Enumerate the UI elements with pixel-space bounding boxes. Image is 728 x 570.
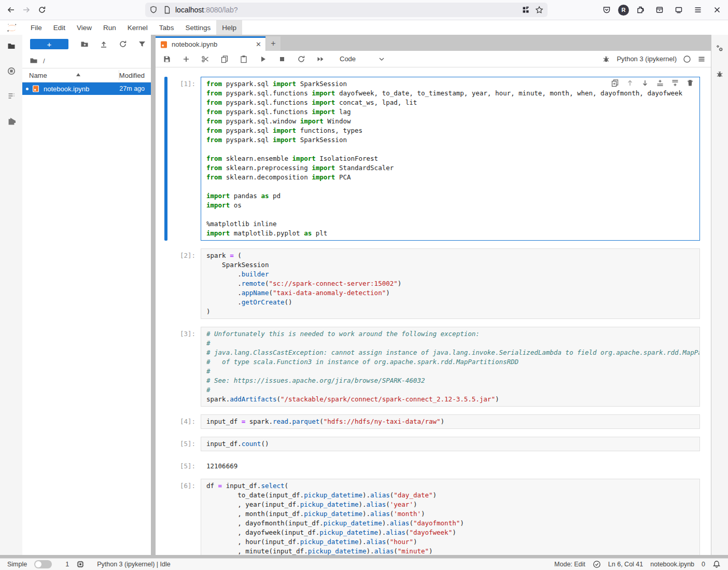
trust-shield-icon[interactable] xyxy=(593,560,601,568)
reload-icon[interactable] xyxy=(34,3,50,17)
extension-manager-icon[interactable] xyxy=(7,117,16,125)
cell-editor[interactable]: # Unfortunately this is needed to work a… xyxy=(201,327,700,407)
cursor-position[interactable]: Ln 6, Col 41 xyxy=(608,561,643,568)
chevron-down-icon xyxy=(377,55,386,63)
upload-icon[interactable] xyxy=(100,40,108,48)
bookmark-star-icon[interactable] xyxy=(535,6,543,14)
menu-item-file[interactable]: File xyxy=(25,20,48,35)
menu-item-tabs[interactable]: Tabs xyxy=(153,20,180,35)
move-down-icon[interactable] xyxy=(641,79,649,87)
cell-editor[interactable]: from pyspark.sql import SparkSessionfrom… xyxy=(201,77,700,241)
tab-bar: notebook.ipynb ✕ + xyxy=(156,35,711,51)
cell-editor[interactable]: input_df = spark.read.parquet("hdfs://hd… xyxy=(201,414,700,429)
input-prompt: [6]: xyxy=(167,479,201,555)
sidebar-icon[interactable] xyxy=(671,3,687,17)
new-launcher-button[interactable]: + xyxy=(30,39,68,49)
back-icon[interactable] xyxy=(3,3,19,17)
toc-icon[interactable] xyxy=(7,92,16,100)
shield-icon[interactable] xyxy=(149,6,158,14)
delete-cell-icon[interactable] xyxy=(686,79,694,87)
cell-editor[interactable]: spark = ( SparkSession .builder .remote(… xyxy=(201,248,700,319)
statusbar-filename[interactable]: notebook.ipynb xyxy=(650,561,694,568)
cell-output-5: [5]:12106669 xyxy=(164,459,711,471)
grid-icon[interactable] xyxy=(522,6,530,14)
input-prompt: [2]: xyxy=(167,248,201,319)
filter-icon[interactable] xyxy=(138,40,146,48)
jupyter-logo-icon xyxy=(6,22,18,34)
property-inspector-icon[interactable] xyxy=(716,44,724,52)
extensions-icon[interactable] xyxy=(633,3,648,17)
cut-cell-icon[interactable] xyxy=(199,53,212,65)
notebook-content: [1]:from pyspark.sql import SparkSession… xyxy=(156,67,711,555)
menu-item-settings[interactable]: Settings xyxy=(179,20,216,35)
restart-kernel-icon[interactable] xyxy=(295,53,307,65)
debugger-bug-icon[interactable] xyxy=(602,55,610,63)
kernel-name[interactable]: Python 3 (ipykernel) xyxy=(617,55,677,63)
panel-splitter[interactable] xyxy=(151,35,156,555)
page-info-icon[interactable] xyxy=(163,6,171,14)
bell-icon[interactable] xyxy=(712,560,721,568)
add-cell-icon[interactable] xyxy=(180,53,192,65)
pocket-icon[interactable] xyxy=(599,3,614,17)
run-all-icon[interactable] xyxy=(314,53,327,65)
menu-icon[interactable] xyxy=(690,3,706,17)
tab-close-icon[interactable]: ✕ xyxy=(256,40,261,48)
breadcrumb[interactable]: / xyxy=(43,57,45,65)
simple-mode-toggle[interactable] xyxy=(34,560,52,568)
tab-notebook[interactable]: notebook.ipynb ✕ xyxy=(156,36,265,51)
insert-above-icon[interactable] xyxy=(656,79,664,87)
run-cell-icon[interactable] xyxy=(257,53,269,65)
save-icon[interactable] xyxy=(161,53,173,65)
file-browser-icon[interactable] xyxy=(7,42,16,50)
menu-item-kernel[interactable]: Kernel xyxy=(122,20,153,35)
profile-avatar[interactable]: R xyxy=(618,5,629,16)
code-cell-6: [6]:df = input_df.select( to_date(input_… xyxy=(164,479,711,555)
cell-editor[interactable]: input_df.count() xyxy=(201,437,700,451)
debugger-sidebar-icon[interactable] xyxy=(716,70,724,78)
file-row-notebook[interactable]: notebook.ipynb 27m ago xyxy=(22,82,151,95)
url-text[interactable]: localhost:8080/lab? xyxy=(175,6,522,14)
refresh-icon[interactable] xyxy=(119,40,127,48)
code-cell-1: [1]:from pyspark.sql import SparkSession… xyxy=(164,77,711,241)
copy-cell-icon[interactable] xyxy=(218,53,231,65)
new-tab-button[interactable]: + xyxy=(266,36,281,51)
code-cell-5: [5]:input_df.count() xyxy=(164,437,711,451)
output-text: 12106669 xyxy=(201,459,237,471)
cell-type-dropdown[interactable]: Code xyxy=(340,55,386,63)
downloads-icon[interactable] xyxy=(652,3,667,17)
mode-indicator[interactable]: Mode: Edit xyxy=(554,561,585,568)
column-modified[interactable]: Modified xyxy=(119,72,145,79)
menu-item-run[interactable]: Run xyxy=(97,20,122,35)
close-icon[interactable] xyxy=(709,3,725,17)
url-bar[interactable]: localhost:8080/lab? xyxy=(145,3,548,17)
new-folder-icon[interactable] xyxy=(80,40,89,48)
sort-asc-icon[interactable] xyxy=(74,71,82,79)
menu-item-view[interactable]: View xyxy=(71,20,97,35)
insert-below-icon[interactable] xyxy=(671,79,679,87)
file-name: notebook.ipynb xyxy=(44,85,89,93)
menu-item-help[interactable]: Help xyxy=(216,20,242,35)
menu-item-edit[interactable]: Edit xyxy=(48,20,71,35)
stop-kernel-icon[interactable] xyxy=(276,53,288,65)
right-sidebar xyxy=(711,35,728,555)
unsaved-dot xyxy=(26,88,29,90)
output-prompt: [5]: xyxy=(167,459,201,471)
column-name[interactable]: Name xyxy=(29,72,47,79)
kernel-status-icon[interactable] xyxy=(683,55,691,63)
move-up-icon[interactable] xyxy=(626,79,634,87)
kernel-count[interactable]: 1 xyxy=(65,561,69,568)
toolbar-menu-icon[interactable] xyxy=(697,55,706,63)
cell-type-value: Code xyxy=(340,55,356,63)
running-kernels-icon[interactable] xyxy=(7,67,16,75)
kernel-status-text[interactable]: Python 3 (ipykernel) | Idle xyxy=(97,561,171,568)
breadcrumb-folder-icon[interactable] xyxy=(30,57,38,65)
duplicate-cell-icon[interactable] xyxy=(611,79,619,87)
kernel-chip-icon[interactable] xyxy=(76,560,85,568)
cell-editor[interactable]: df = input_df.select( to_date(input_df.p… xyxy=(201,479,700,555)
forward-icon[interactable] xyxy=(19,3,34,17)
notification-count[interactable]: 0 xyxy=(702,561,705,568)
paste-cell-icon[interactable] xyxy=(237,53,250,65)
input-prompt: [4]: xyxy=(167,414,201,429)
file-modified: 27m ago xyxy=(119,85,145,92)
simple-mode-label: Simple xyxy=(7,561,27,568)
